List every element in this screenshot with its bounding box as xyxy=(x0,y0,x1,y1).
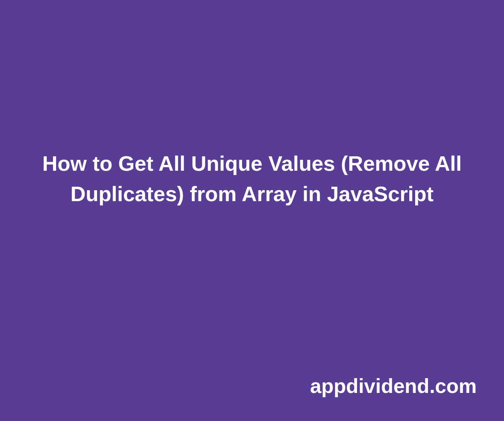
site-name: appdividend.com xyxy=(310,374,477,398)
page-title: How to Get All Unique Values (Remove All… xyxy=(8,148,496,209)
